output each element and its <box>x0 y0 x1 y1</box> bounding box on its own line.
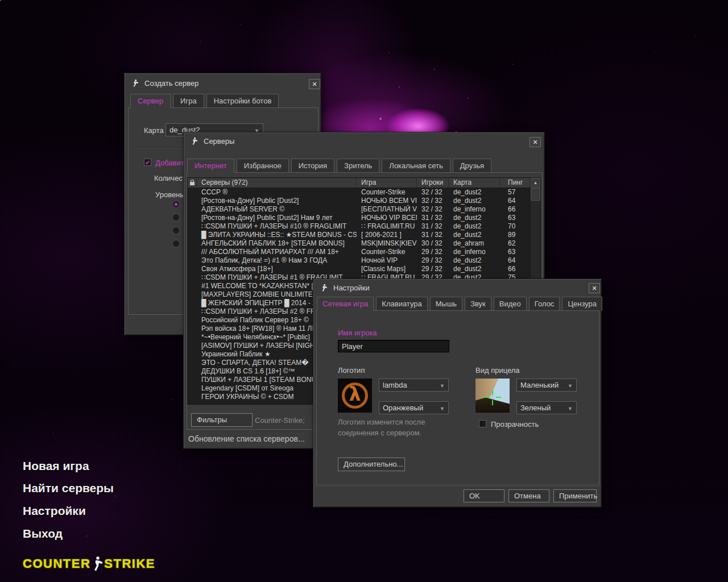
transparency-checkbox[interactable] <box>479 420 486 427</box>
logo-color-value: Оранжевый <box>383 404 423 412</box>
server-row[interactable]: СССР ®Counter-Strike32 / 32de_dust257 <box>188 188 540 197</box>
tab-server[interactable]: Сервер <box>130 94 171 108</box>
tab-audio[interactable]: Звук <box>465 297 491 311</box>
window-title: Серверы <box>204 137 234 146</box>
tab-friends[interactable]: Друзья <box>453 159 491 173</box>
cell-game: НОЧЬЮ ВСЕМ VIP <box>357 197 417 205</box>
servers-titlebar[interactable]: Серверы <box>184 132 544 149</box>
cell-lock <box>188 265 197 273</box>
tab-spectate[interactable]: Зритель <box>337 159 379 173</box>
server-row[interactable]: АДЕКВАТНЫЙ SERVER ©[БЕСПЛАТНЫЙ VIP]32 / … <box>188 205 540 214</box>
cell-map: de_dust2 <box>449 222 500 231</box>
crosshair-size-dropdown[interactable]: Маленький ▼ <box>516 379 577 392</box>
tab-game[interactable]: Игра <box>173 94 204 108</box>
tab-mouse[interactable]: Мышь <box>430 297 462 311</box>
tab-keyboard[interactable]: Клавиатура <box>376 297 427 311</box>
cancel-button[interactable]: Отмена <box>508 489 549 502</box>
desktop-background: Создать сервер ✕ СерверИграНастройки бот… <box>0 0 728 582</box>
close-icon[interactable]: ✕ <box>309 79 320 89</box>
cell-players: 29 / 32 <box>417 265 449 273</box>
tab-internet[interactable]: Интернет <box>187 159 234 173</box>
logo-value: lambda <box>383 381 407 389</box>
bot-level-radio-1[interactable] <box>172 201 180 208</box>
cell-ping: 66 <box>500 265 531 273</box>
tab-video[interactable]: Видео <box>494 297 527 311</box>
add-bots-checkbox[interactable]: ✔ <box>144 159 151 166</box>
server-row[interactable]: [Ростов-на-Дону] Public [Dust2] Нам 9 ле… <box>188 214 540 222</box>
chevron-down-icon: ▼ <box>440 381 445 391</box>
cell-map: de_dust2 <box>449 188 500 197</box>
apply-button[interactable]: Применить <box>553 489 597 502</box>
column-servers[interactable]: Серверы (972) <box>197 178 357 188</box>
create-server-titlebar[interactable]: Создать сервер <box>125 73 321 93</box>
cell-map: de_dust2 <box>449 256 500 265</box>
lock-icon-column[interactable] <box>188 178 197 188</box>
server-row[interactable]: ∷CSDM ПУШКИ + ЛАЗЕРЫ #10 ® FRAGLIMIT∷ FR… <box>188 222 540 231</box>
menu-item-options[interactable]: Настройки <box>23 504 86 518</box>
cell-lock <box>188 384 197 393</box>
cell-game: ∷ FRAGLIMIT.RU <box>357 222 417 231</box>
crosshair-color-dropdown[interactable]: Зеленый ▼ <box>516 401 577 414</box>
cell-game: НОЧЬЮ VIP ВСЕМ <box>357 214 417 222</box>
server-row[interactable]: [Ростов-на-Дону] Public [Dust2]НОЧЬЮ ВСЕ… <box>188 197 540 205</box>
column-ping[interactable]: Пинг <box>500 178 531 188</box>
cell-ping: 63 <box>500 214 531 222</box>
cell-lock <box>188 197 197 205</box>
player-name-input[interactable]: Player <box>338 340 449 352</box>
cell-name: АНГЕЛЬСКИЙ ПАБЛИК 18+ [STEAM BONUS] <box>197 239 357 248</box>
bot-level-radio-2[interactable] <box>172 214 180 221</box>
column-game[interactable]: Игра <box>357 178 417 188</box>
scroll-up-icon[interactable]: ▲ <box>531 178 540 188</box>
cell-lock <box>188 393 197 401</box>
tab-voice[interactable]: Голос <box>529 297 560 311</box>
tab-history[interactable]: История <box>291 159 334 173</box>
tab-censor[interactable]: Цензура <box>562 297 602 311</box>
logo-dropdown[interactable]: lambda ▼ <box>379 379 449 392</box>
close-icon[interactable]: ✕ <box>530 137 541 147</box>
crosshair-label: Вид прицела <box>475 366 520 375</box>
settings-titlebar[interactable]: Настройки <box>313 279 601 296</box>
cell-name: [Ростов-на-Дону] Public [Dust2] <box>197 197 357 205</box>
cell-map: de_ahram <box>449 239 500 248</box>
server-row[interactable]: █ ЭЛИТА УКРАИНЫ ::ES:: ★STEAM BONUS - CS… <box>188 231 540 239</box>
menu-item-new-game[interactable]: Новая игра <box>23 459 89 473</box>
cell-game: MSK|MINSK|KIEV <box>357 239 417 248</box>
ok-button[interactable]: OK <box>464 489 504 502</box>
cell-lock <box>188 222 197 231</box>
cell-ping: 64 <box>500 256 531 265</box>
cs-soldier-icon <box>92 556 103 572</box>
cell-lock <box>188 239 197 248</box>
close-icon[interactable]: ✕ <box>589 283 600 293</box>
cell-name: СССР ® <box>197 188 357 197</box>
logo-strike-text: STRIKE <box>104 556 155 571</box>
menu-item-find-servers[interactable]: Найти серверы <box>23 481 114 495</box>
cell-lock <box>188 282 197 290</box>
tab-multiplayer[interactable]: Сетевая игра <box>317 297 374 311</box>
bot-level-radio-3[interactable] <box>172 227 180 234</box>
menu-item-quit[interactable]: Выход <box>23 527 63 541</box>
bot-level-radio-4[interactable] <box>172 240 180 247</box>
logo-color-dropdown[interactable]: Оранжевый ▼ <box>379 401 449 414</box>
column-map[interactable]: Карта <box>449 178 500 188</box>
advanced-button[interactable]: Дополнительно... <box>338 458 405 471</box>
tab-favorites[interactable]: Избранное <box>237 159 289 173</box>
cell-players: 31 / 32 <box>417 231 449 239</box>
server-row[interactable]: /// АБСОЛЮТНЫЙ МАТРИАРХАТ /// АМ 18+Coun… <box>188 248 540 256</box>
server-row[interactable]: Это Паблик, Детка! =) #1 ® Нам 3 ГОДАНоч… <box>188 256 540 265</box>
cell-lock <box>188 205 197 214</box>
tab-lan[interactable]: Локальная сеть <box>382 159 450 173</box>
cell-game: Ночной VIP <box>357 256 417 265</box>
crosshair-top <box>492 390 493 395</box>
filters-button[interactable]: Фильтры <box>191 413 253 427</box>
settings-window: Настройки ✕ Сетевая играКлавиатураМышьЗв… <box>313 278 602 508</box>
counter-strike-logo: COUNTER STRIKE <box>23 556 155 572</box>
scrollbar-thumb[interactable] <box>531 188 540 201</box>
server-row[interactable]: Своя Атмосфера [18+][Classic Maps]29 / 3… <box>188 265 540 273</box>
crosshair-preview <box>475 379 510 413</box>
tab-bots[interactable]: Настройки ботов <box>206 94 279 108</box>
column-players[interactable]: Игроки <box>417 178 449 188</box>
server-row[interactable]: АНГЕЛЬСКИЙ ПАБЛИК 18+ [STEAM BONUS]MSK|M… <box>188 239 540 248</box>
window-title: Создать сервер <box>144 79 198 88</box>
particle-sparks <box>0 0 1 1</box>
cell-lock <box>188 307 197 316</box>
